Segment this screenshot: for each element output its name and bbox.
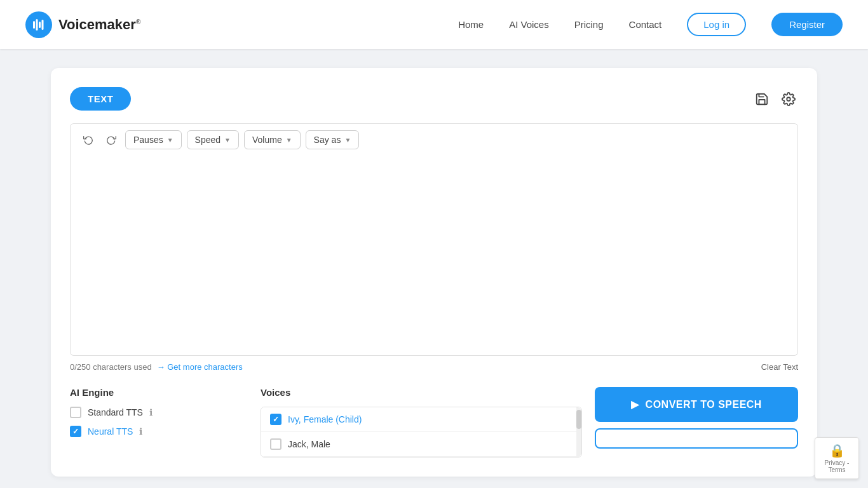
- bottom-section: AI Engine Standard TTS ℹ Neural TTS ℹ Vo…: [70, 387, 798, 458]
- editor-toolbar: Pauses ▼ Speed ▼ Volume ▼ Say as ▼: [70, 123, 798, 156]
- login-button[interactable]: Log in: [687, 13, 746, 36]
- speed-dropdown[interactable]: Speed ▼: [187, 130, 239, 149]
- convert-to-speech-button[interactable]: ▶ CONVERT TO SPEECH: [595, 387, 798, 422]
- clear-text-button[interactable]: Clear Text: [761, 362, 798, 372]
- main-content: TEXT: [0, 49, 868, 488]
- nav-contact[interactable]: Contact: [629, 19, 662, 30]
- recaptcha-text: Privacy - Terms: [822, 459, 852, 473]
- speed-arrow-icon: ▼: [224, 137, 231, 144]
- standard-tts-info-icon[interactable]: ℹ: [149, 407, 153, 417]
- ai-engine-panel: AI Engine Standard TTS ℹ Neural TTS ℹ: [70, 387, 248, 445]
- standard-tts-label: Standard TTS: [88, 407, 143, 417]
- jack-voice-label: Jack, Male: [288, 439, 330, 449]
- recaptcha-badge: 🔒 Privacy - Terms: [815, 437, 859, 479]
- card-top-row: TEXT: [70, 87, 798, 111]
- svg-rect-0: [33, 21, 35, 29]
- char-count-text: 0/250 characters used: [70, 362, 152, 372]
- svg-rect-1: [36, 19, 38, 30]
- pauses-dropdown[interactable]: Pauses ▼: [125, 130, 182, 149]
- standard-tts-option: Standard TTS ℹ: [70, 407, 248, 418]
- ivy-voice-checkbox[interactable]: [270, 414, 281, 425]
- text-input[interactable]: [71, 156, 797, 353]
- logo-icon: [25, 11, 52, 38]
- char-count-left: 0/250 characters used → Get more charact…: [70, 362, 243, 372]
- convert-panel: ▶ CONVERT TO SPEECH: [595, 387, 798, 449]
- voices-title: Voices: [261, 387, 582, 398]
- brand-name: Voicemaker®: [58, 17, 140, 33]
- ai-engine-title: AI Engine: [70, 387, 248, 398]
- neural-tts-option: Neural TTS ℹ: [70, 426, 248, 437]
- main-nav: Home AI Voices Pricing Contact Log in Re…: [458, 13, 843, 36]
- voice-scrollbar[interactable]: [576, 407, 581, 457]
- volume-dropdown[interactable]: Volume ▼: [244, 130, 301, 149]
- volume-arrow-icon: ▼: [286, 137, 292, 144]
- svg-point-4: [787, 97, 790, 101]
- svg-rect-2: [39, 22, 41, 28]
- char-count-row: 0/250 characters used → Get more charact…: [70, 362, 798, 372]
- redo-button[interactable]: [102, 132, 120, 147]
- register-button[interactable]: Register: [771, 13, 843, 36]
- text-area-wrapper: [70, 156, 798, 356]
- jack-voice-checkbox[interactable]: [270, 438, 281, 450]
- header: Voicemaker® Home AI Voices Pricing Conta…: [0, 0, 868, 49]
- voice-scrollbar-thumb: [576, 410, 581, 429]
- say-as-dropdown[interactable]: Say as ▼: [306, 130, 360, 149]
- neural-tts-checkbox[interactable]: [70, 426, 81, 437]
- logo: Voicemaker®: [25, 11, 140, 38]
- voices-list: Ivy, Female (Child) Jack, Male: [261, 407, 582, 458]
- say-as-arrow-icon: ▼: [344, 137, 351, 144]
- voices-panel: Voices Ivy, Female (Child) Jack, Male: [261, 387, 582, 458]
- svg-rect-3: [42, 20, 44, 30]
- recaptcha-logo-icon: 🔒: [822, 443, 852, 458]
- undo-button[interactable]: [79, 132, 97, 147]
- nav-ai-voices[interactable]: AI Voices: [509, 19, 549, 30]
- voice-item-ivy[interactable]: Ivy, Female (Child): [261, 407, 581, 432]
- voice-item-jack[interactable]: Jack, Male: [261, 432, 581, 457]
- editor-card: TEXT: [51, 68, 817, 477]
- play-icon: ▶: [631, 398, 639, 410]
- top-icon-group: [752, 90, 798, 109]
- settings-button[interactable]: [779, 90, 798, 109]
- text-mode-button[interactable]: TEXT: [70, 87, 131, 111]
- nav-home[interactable]: Home: [458, 19, 484, 30]
- nav-pricing[interactable]: Pricing: [574, 19, 604, 30]
- neural-tts-label: Neural TTS: [88, 426, 133, 437]
- secondary-action-button[interactable]: [595, 428, 798, 449]
- ivy-voice-label: Ivy, Female (Child): [288, 414, 362, 424]
- standard-tts-checkbox[interactable]: [70, 407, 81, 418]
- save-button[interactable]: [752, 90, 771, 109]
- neural-tts-info-icon[interactable]: ℹ: [139, 426, 142, 437]
- pauses-arrow-icon: ▼: [167, 137, 173, 144]
- get-more-characters-link[interactable]: → Get more characters: [157, 362, 243, 372]
